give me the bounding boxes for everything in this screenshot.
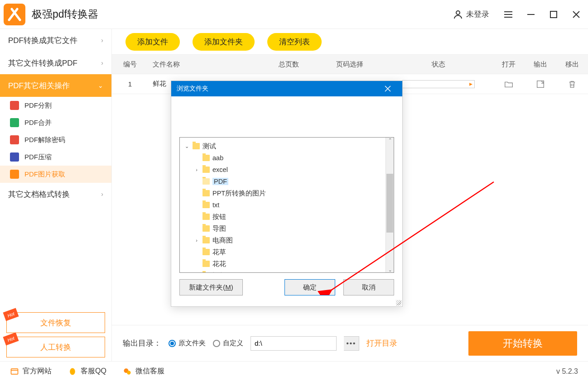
tree-node[interactable]: PPT所转换的图片 (182, 187, 384, 199)
col-remove: 移出 (556, 60, 588, 69)
promo-manual-convert[interactable]: Hot 人工转换 (6, 337, 105, 357)
tree-node[interactable]: 花草 (182, 246, 384, 258)
promo-file-recovery[interactable]: Hot 文件恢复 (6, 312, 105, 333)
output-path-input[interactable] (251, 336, 337, 351)
sidebar-group-other-to-pdf[interactable]: 其它文件转换成PDF› (0, 52, 111, 74)
sub-label: PDF解除密码 (24, 136, 65, 144)
sidebar-group-label: PDF转换成其它文件 (8, 35, 77, 46)
sidebar-group-pdf-to-other[interactable]: PDF转换成其它文件› (0, 29, 111, 52)
scrollbar-thumb[interactable] (386, 174, 393, 233)
col-status: 状态 (384, 60, 493, 69)
dialog-close-icon[interactable] (379, 81, 397, 96)
col-name: 文件名称 (148, 60, 261, 69)
row-num: 1 (112, 80, 148, 88)
sidebar-group-other-formats[interactable]: 其它文档格式转换› (0, 183, 111, 205)
promo-label: 人工转换 (40, 342, 71, 352)
col-pages: 总页数 (261, 60, 316, 69)
hot-badge: Hot (3, 332, 19, 345)
sub-label: PDF图片获取 (24, 170, 65, 179)
sub-label: PDF分割 (24, 101, 52, 110)
sub-icon (10, 101, 19, 110)
new-folder-button[interactable]: 新建文件夹(M) (179, 279, 243, 295)
tree-node[interactable]: 视频 (182, 270, 384, 272)
folder-icon (202, 237, 210, 243)
start-convert-button[interactable]: 开始转换 (468, 331, 577, 356)
sub-icon (10, 118, 19, 127)
sidebar-item-3[interactable]: PDF压缩 (0, 148, 111, 166)
wechat-support-link[interactable]: 微信客服 (123, 367, 164, 376)
tree-label: 按钮 (212, 213, 226, 221)
folder-icon (202, 190, 210, 196)
col-open: 打开 (493, 60, 525, 69)
svg-rect-1 (550, 11, 557, 18)
minimize-icon[interactable] (524, 7, 538, 22)
sidebar-item-2[interactable]: PDF解除密码 (0, 131, 111, 148)
browse-button[interactable]: ••• (344, 336, 359, 351)
sub-icon (10, 170, 19, 179)
qq-support-link[interactable]: 客服QQ (68, 367, 106, 376)
progress-bar[interactable] (402, 80, 475, 88)
add-file-button[interactable]: 添加文件 (125, 33, 180, 51)
ok-button[interactable]: 确定 (284, 279, 335, 295)
sidebar-item-4[interactable]: PDF图片获取 (0, 166, 111, 183)
sidebar-item-1[interactable]: PDF合并 (0, 114, 111, 131)
tree-node[interactable]: 花花 (182, 258, 384, 270)
login-label: 未登录 (466, 9, 489, 19)
chevron-right-icon: › (101, 190, 103, 198)
radio-original[interactable]: 原文件夹 (169, 339, 206, 348)
dialog-titlebar: 浏览文件夹 (171, 81, 402, 96)
chevron-down-icon: ⌄ (98, 82, 103, 89)
add-folder-button[interactable]: 添加文件夹 (193, 33, 255, 51)
maximize-icon[interactable] (546, 7, 561, 22)
tree-node[interactable]: ⌄测试 (182, 140, 384, 152)
svg-point-4 (70, 368, 75, 375)
tree-label: 视频 (212, 271, 226, 273)
tree-node[interactable]: ›电商图 (182, 234, 384, 246)
tree-node[interactable]: aab (182, 152, 384, 164)
sub-label: PDF合并 (24, 119, 52, 127)
folder-icon (202, 167, 210, 173)
sidebar-group-label: 其它文件转换成PDF (8, 58, 77, 68)
cancel-button[interactable]: 取消 (343, 279, 394, 295)
tree-label: 导图 (212, 224, 226, 233)
tree-arrow-icon: › (193, 167, 200, 172)
close-icon[interactable] (569, 7, 583, 22)
svg-point-0 (456, 11, 460, 14)
output-icon[interactable] (525, 79, 556, 89)
folder-tree: ⌄测试aab›excelPDFPPT所转换的图片txt按钮导图›电商图花草花花视… (179, 137, 394, 273)
clear-list-button[interactable]: 清空列表 (267, 33, 322, 51)
scrollbar[interactable] (386, 138, 394, 272)
col-num: 编号 (112, 60, 148, 69)
tree-label: 花草 (212, 248, 226, 257)
app-title: 极强pdf转换器 (32, 7, 98, 21)
open-folder-icon[interactable] (493, 79, 525, 89)
open-dir-link[interactable]: 打开目录 (366, 338, 397, 348)
svg-rect-3 (11, 369, 18, 374)
tree-node[interactable]: ›excel (182, 164, 384, 176)
version-label: v 5.2.3 (556, 367, 578, 376)
menu-icon[interactable] (501, 7, 516, 22)
login-button[interactable]: 未登录 (449, 7, 493, 22)
trash-icon[interactable] (556, 79, 588, 89)
tree-arrow-icon: ⌄ (183, 143, 190, 149)
svg-rect-2 (537, 81, 544, 87)
radio-custom[interactable]: 自定义 (213, 339, 243, 348)
tree-label: 电商图 (212, 236, 233, 245)
app-logo (4, 4, 25, 25)
sidebar-group-label: PDF其它相关操作 (8, 81, 70, 91)
tree-node[interactable]: txt (182, 199, 384, 211)
sidebar-item-0[interactable]: PDF分割 (0, 97, 111, 114)
resize-handle-icon[interactable] (396, 300, 401, 305)
sub-label: PDF压缩 (24, 153, 52, 162)
tree-node[interactable]: PDF (182, 176, 384, 187)
output-dir-label: 输出目录： (123, 338, 161, 348)
sub-icon (10, 152, 19, 162)
tree-node[interactable]: 按钮 (182, 211, 384, 223)
sidebar-group-pdf-ops[interactable]: PDF其它相关操作⌄ (0, 74, 111, 97)
tree-label: excel (212, 166, 228, 173)
folder-icon (202, 178, 210, 185)
tree-node[interactable]: 导图 (182, 223, 384, 234)
statusbar: 官方网站 客服QQ 微信客服 v 5.2.3 (0, 361, 588, 381)
browse-folder-dialog: 浏览文件夹 ⌄测试aab›excelPDFPPT所转换的图片txt按钮导图›电商… (171, 81, 403, 307)
official-site-link[interactable]: 官方网站 (10, 367, 52, 376)
